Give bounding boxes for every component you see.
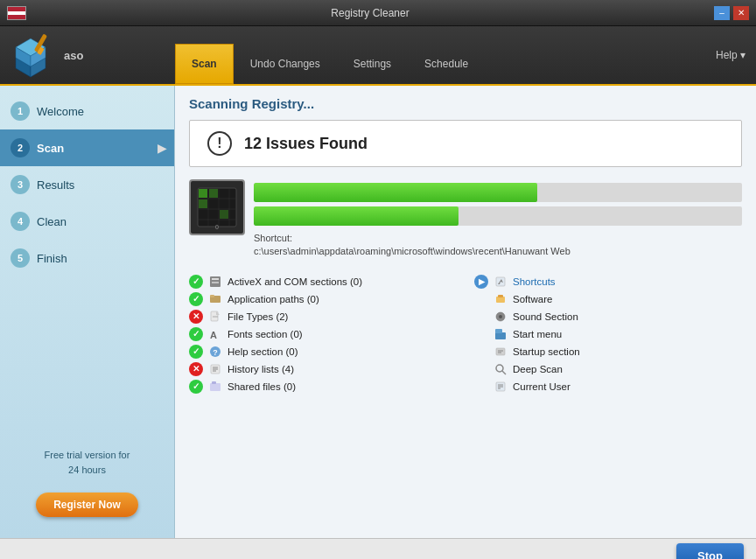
title-bar: Registry Cleaner – ✕ xyxy=(0,0,756,26)
item-label: Start menu xyxy=(513,329,562,339)
svg-rect-44 xyxy=(496,348,505,355)
help-icon: ? xyxy=(208,345,222,359)
shortcuts-icon xyxy=(494,275,508,289)
sidebar-item-finish[interactable]: 5 Finish xyxy=(0,240,174,276)
list-item: ✕ File Types (2) xyxy=(189,308,457,325)
shortcut-info: Shortcut: c:\users\admin\appdata\roaming… xyxy=(254,232,742,259)
svg-rect-39 xyxy=(498,295,503,297)
svg-rect-42 xyxy=(495,332,506,339)
list-item: ✕ History lists (4) xyxy=(189,360,457,378)
title-bar-controls: – ✕ xyxy=(714,6,749,20)
flag-icon xyxy=(7,6,26,20)
svg-rect-16 xyxy=(209,189,218,198)
item-label: Sound Section xyxy=(513,311,578,322)
sidebar-item-clean[interactable]: 4 Clean xyxy=(0,203,174,240)
content-area: Scanning Registry... ! 12 Issues Found xyxy=(175,86,756,538)
logo-area: aso xyxy=(0,31,175,80)
status-err-icon: ✕ xyxy=(189,362,203,376)
item-label: Software xyxy=(513,294,552,304)
status-err-icon: ✕ xyxy=(189,310,203,324)
sidebar-label-welcome: Welcome xyxy=(37,105,84,118)
step-num-2: 2 xyxy=(10,138,30,157)
list-item: ▶ Shortcuts xyxy=(474,273,742,290)
list-item: Current User xyxy=(474,378,742,395)
activex-icon xyxy=(208,275,222,289)
svg-point-47 xyxy=(496,365,503,372)
sidebar-label-results: Results xyxy=(37,178,74,192)
software-icon xyxy=(494,292,508,306)
issues-count: 12 Issues Found xyxy=(244,135,368,153)
progress-bar-fill-1 xyxy=(254,183,537,202)
step-num-3: 3 xyxy=(10,175,30,194)
status-ok-icon: ✓ xyxy=(189,380,203,394)
svg-rect-17 xyxy=(199,199,207,208)
promo-text: Free trial version for 24 hours xyxy=(0,437,174,487)
item-label: Current User xyxy=(513,381,570,392)
startup-icon xyxy=(494,345,508,359)
progress-bar-2 xyxy=(254,206,742,226)
window-title: Registry Cleaner xyxy=(26,7,714,19)
item-label: File Types (2) xyxy=(228,311,288,322)
status-ok-icon: ✓ xyxy=(189,327,203,341)
app-paths-icon xyxy=(208,292,222,306)
sidebar-item-scan[interactable]: 2 Scan ▶ xyxy=(0,129,174,166)
app-header: aso Scan Undo Changes Settings Schedule … xyxy=(0,26,756,86)
svg-rect-35 xyxy=(210,383,220,391)
step-num-4: 4 xyxy=(10,212,30,231)
svg-rect-43 xyxy=(495,329,502,333)
right-items: ▶ Shortcuts Software xyxy=(474,273,742,395)
items-grid: ✓ ActiveX and COM sections (0) ✓ Applica… xyxy=(189,273,742,395)
list-item: Startup section xyxy=(474,343,742,360)
deep-scan-icon xyxy=(494,362,508,376)
minimize-button[interactable]: – xyxy=(714,6,730,20)
nav-tabs: Scan Undo Changes Settings Schedule xyxy=(175,26,705,84)
action-bar: Stop xyxy=(0,538,756,559)
sidebar-item-welcome[interactable]: 1 Welcome xyxy=(0,93,174,129)
list-item: Sound Section xyxy=(474,308,742,325)
svg-rect-21 xyxy=(212,278,219,280)
list-item: Deep Scan xyxy=(474,360,742,378)
svg-point-41 xyxy=(499,315,502,318)
svg-line-48 xyxy=(502,371,506,374)
item-label: Help section (0) xyxy=(228,346,298,357)
tab-settings[interactable]: Settings xyxy=(337,44,408,84)
registry-icon: 0 xyxy=(189,179,245,235)
item-label[interactable]: Shortcuts xyxy=(513,276,556,287)
tab-scan[interactable]: Scan xyxy=(175,44,234,84)
sidebar-label-finish: Finish xyxy=(37,252,67,265)
stop-button[interactable]: Stop xyxy=(676,543,744,559)
svg-text:?: ? xyxy=(213,348,218,357)
history-icon xyxy=(208,362,222,376)
svg-rect-24 xyxy=(210,295,214,297)
sidebar: 1 Welcome 2 Scan ▶ 3 Results 4 Clean 5 F… xyxy=(0,86,175,538)
step-num-5: 5 xyxy=(10,248,30,268)
tab-schedule[interactable]: Schedule xyxy=(408,44,485,84)
list-item: ✓ ? Help section (0) xyxy=(189,343,457,360)
active-arrow-icon: ▶ xyxy=(474,275,488,289)
progress-bars: Shortcut: c:\users\admin\appdata\roaming… xyxy=(254,179,742,259)
svg-text:0: 0 xyxy=(215,224,219,230)
file-types-icon xyxy=(208,310,222,324)
svg-rect-38 xyxy=(496,297,505,303)
help-menu[interactable]: Help ▾ xyxy=(705,49,756,61)
register-button[interactable]: Register Now xyxy=(36,493,138,517)
progress-bar-fill-2 xyxy=(254,206,458,226)
sidebar-item-results[interactable]: 3 Results xyxy=(0,166,174,203)
content-title: Scanning Registry... xyxy=(189,96,742,111)
app-logo-icon xyxy=(7,31,55,80)
svg-rect-36 xyxy=(212,381,216,384)
close-button[interactable]: ✕ xyxy=(733,6,749,20)
current-user-icon xyxy=(494,380,508,394)
issues-box: ! 12 Issues Found xyxy=(189,120,742,167)
tab-undo-changes[interactable]: Undo Changes xyxy=(234,44,337,84)
item-label: Fonts section (0) xyxy=(228,329,303,339)
logo-text: aso xyxy=(64,49,83,62)
item-label: History lists (4) xyxy=(228,364,294,374)
list-item: ✓ A Fonts section (0) xyxy=(189,325,457,343)
main-layout: 1 Welcome 2 Scan ▶ 3 Results 4 Clean 5 F… xyxy=(0,86,756,538)
svg-rect-18 xyxy=(220,210,228,219)
progress-bar-1 xyxy=(254,183,742,202)
item-label: Application paths (0) xyxy=(228,294,319,304)
sound-icon xyxy=(494,310,508,324)
sidebar-label-scan: Scan xyxy=(37,142,64,155)
